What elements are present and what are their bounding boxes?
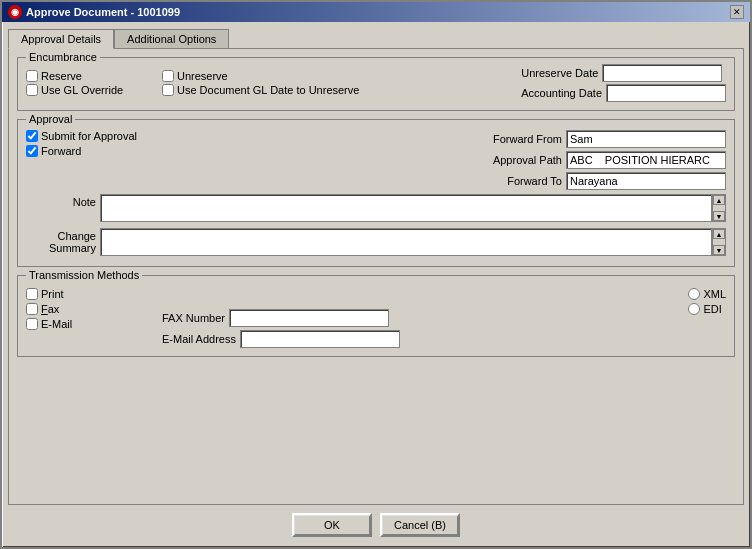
change-summary-scrollbar[interactable]: ▲ ▼ <box>712 228 726 256</box>
window-title: Approve Document - 1001099 <box>26 6 180 18</box>
forward-to-row: Forward To <box>472 172 726 190</box>
forward-from-row: Forward From <box>472 130 726 148</box>
note-textarea[interactable] <box>100 194 712 222</box>
tab-bar: Approval Details Additional Options <box>8 28 744 48</box>
transmission-middle: FAX Number E-Mail Address <box>162 288 400 348</box>
use-gl-override-label[interactable]: Use GL Override <box>26 84 156 96</box>
note-scroll-up[interactable]: ▲ <box>713 195 725 205</box>
enc-col2: Unreserve Use Document GL Date to Unrese… <box>162 70 362 96</box>
unreserve-date-row: Unreserve Date <box>521 64 726 82</box>
transmission-content: Print Fax E-Mail <box>26 288 726 348</box>
fax-number-row: FAX Number <box>162 309 400 327</box>
tab-additional-options[interactable]: Additional Options <box>114 29 229 49</box>
enc-col3: Unreserve Date Accounting Date <box>521 64 726 102</box>
email-address-input[interactable] <box>240 330 400 348</box>
print-label[interactable]: Print <box>26 288 146 300</box>
main-window: ◉ Approve Document - 1001099 ✕ Approval … <box>0 0 752 549</box>
note-scrollbar[interactable]: ▲ ▼ <box>712 194 726 222</box>
change-summary-row: Change Summary ▲ ▼ <box>26 228 726 258</box>
transmission-left: Print Fax E-Mail <box>26 288 146 330</box>
encumbrance-section: Encumbrance Reserve Use GL Override <box>17 57 735 111</box>
reserve-checkbox[interactable] <box>26 70 38 82</box>
change-scroll-down[interactable]: ▼ <box>713 245 725 255</box>
encumbrance-title: Encumbrance <box>26 51 100 63</box>
approval-path-label: Approval Path <box>472 154 562 166</box>
forward-from-input[interactable] <box>566 130 726 148</box>
approval-path-input[interactable] <box>566 151 726 169</box>
note-label: Note <box>26 194 96 208</box>
approval-path-row: Approval Path <box>472 151 726 169</box>
change-summary-wrap: ▲ ▼ <box>100 228 726 258</box>
forward-to-label: Forward To <box>472 175 562 187</box>
print-checkbox[interactable] <box>26 288 38 300</box>
bottom-bar: OK Cancel (B) <box>8 505 744 541</box>
accounting-date-row: Accounting Date <box>521 84 726 102</box>
xml-radio[interactable] <box>688 288 700 300</box>
fax-checkbox[interactable] <box>26 303 38 315</box>
submit-approval-checkbox[interactable] <box>26 130 38 142</box>
email-checkbox[interactable] <box>26 318 38 330</box>
use-gl-override-checkbox[interactable] <box>26 84 38 96</box>
app-icon: ◉ <box>8 5 22 19</box>
unreserve-checkbox-label[interactable]: Unreserve <box>162 70 362 82</box>
reserve-checkbox-label[interactable]: Reserve <box>26 70 156 82</box>
change-scroll-up[interactable]: ▲ <box>713 229 725 239</box>
forward-from-label: Forward From <box>472 133 562 145</box>
ok-button[interactable]: OK <box>292 513 372 537</box>
fax-number-input[interactable] <box>229 309 389 327</box>
title-bar: ◉ Approve Document - 1001099 ✕ <box>2 2 750 22</box>
forward-label[interactable]: Forward <box>26 145 186 157</box>
encumbrance-row: Reserve Use GL Override Unreserve <box>26 64 726 102</box>
change-summary-label: Change Summary <box>26 228 96 254</box>
edi-radio[interactable] <box>688 303 700 315</box>
transmission-title: Transmission Methods <box>26 269 142 281</box>
accounting-date-label: Accounting Date <box>521 87 602 99</box>
email-address-label: E-Mail Address <box>162 333 236 345</box>
unreserve-date-input[interactable] <box>602 64 722 82</box>
submit-approval-label[interactable]: Submit for Approval <box>26 130 186 142</box>
close-button[interactable]: ✕ <box>730 5 744 19</box>
approval-right: Forward From Approval Path Forward To <box>472 130 726 190</box>
approval-section: Approval Submit for Approval Forward <box>17 119 735 267</box>
tab-approval-details[interactable]: Approval Details <box>8 29 114 49</box>
email-address-row: E-Mail Address <box>162 330 400 348</box>
forward-to-input[interactable] <box>566 172 726 190</box>
enc-col1: Reserve Use GL Override <box>26 70 156 96</box>
note-scroll-down[interactable]: ▼ <box>713 211 725 221</box>
forward-checkbox[interactable] <box>26 145 38 157</box>
fax-label[interactable]: Fax <box>26 303 146 315</box>
content-area: Approval Details Additional Options Encu… <box>2 22 750 547</box>
unreserve-date-label: Unreserve Date <box>521 67 598 79</box>
edi-label[interactable]: EDI <box>688 303 726 315</box>
use-document-gl-checkbox[interactable] <box>162 84 174 96</box>
xml-label[interactable]: XML <box>688 288 726 300</box>
transmission-right: XML EDI <box>688 288 726 315</box>
note-row: Note ▲ ▼ <box>26 194 726 224</box>
accounting-date-input[interactable] <box>606 84 726 102</box>
change-summary-textarea[interactable] <box>100 228 712 256</box>
approval-title: Approval <box>26 113 75 125</box>
email-label[interactable]: E-Mail <box>26 318 146 330</box>
title-bar-left: ◉ Approve Document - 1001099 <box>8 5 180 19</box>
unreserve-checkbox[interactable] <box>162 70 174 82</box>
transmission-section: Transmission Methods Print Fax <box>17 275 735 357</box>
note-input-wrap: ▲ ▼ <box>100 194 726 224</box>
fax-number-label: FAX Number <box>162 312 225 324</box>
main-panel: Encumbrance Reserve Use GL Override <box>8 48 744 505</box>
cancel-button[interactable]: Cancel (B) <box>380 513 460 537</box>
use-document-gl-label[interactable]: Use Document GL Date to Unreserve <box>162 84 362 96</box>
